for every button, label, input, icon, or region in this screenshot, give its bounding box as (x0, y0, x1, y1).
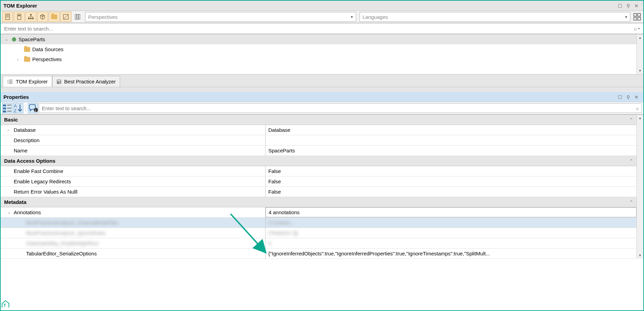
section-metadata[interactable]: Metadata ⌃ (1, 197, 643, 207)
collapse-icon[interactable]: ⌃ (630, 200, 633, 205)
section-basic[interactable]: Basic ⌃ (1, 115, 643, 125)
maximize-icon[interactable]: ☐ (616, 2, 624, 10)
tree-scrollbar[interactable]: ▲ ▼ (636, 34, 643, 74)
tabular-editor-logo-icon: T (1, 300, 10, 308)
tab-tom-explorer[interactable]: ⁝☰ TOM Explorer (3, 76, 52, 87)
pin-icon[interactable]: ⚲ (624, 93, 632, 101)
prop-return-null[interactable]: Return Error Values As Nulll False (1, 187, 643, 197)
chevron-right-icon[interactable]: › (8, 128, 12, 132)
languages-dropdown[interactable]: Languages ▼ (360, 12, 631, 22)
scroll-down-icon[interactable]: ▼ (637, 67, 643, 74)
explorer-tabs: ⁝☰ TOM Explorer 🗟 Best Practice Analyzer (1, 74, 643, 87)
search-options-icon[interactable]: ▾ (638, 27, 640, 30)
prop-value[interactable]: False (266, 187, 636, 197)
prop-value[interactable]: SpaceParts (266, 146, 636, 156)
toolbar-btn-4[interactable] (37, 12, 48, 22)
toolbar-btn-7[interactable] (72, 12, 83, 22)
toolbar-btn-2[interactable] (14, 12, 25, 22)
section-label: Data Access Options (4, 158, 56, 164)
categorize-button[interactable] (2, 103, 12, 113)
tree-root[interactable]: ⌄ ⬢ SpaceParts (1, 34, 643, 44)
collapse-icon[interactable]: ⌃ (630, 117, 633, 122)
close-icon[interactable]: ✕ (632, 2, 641, 10)
grid-scrollbar[interactable]: ▲ ▼ (636, 115, 643, 259)
folder-icon (24, 57, 30, 62)
prop-value[interactable]: Database (266, 125, 636, 135)
toolbar-overflow[interactable] (632, 12, 642, 22)
scroll-up-icon[interactable]: ▲ (637, 115, 643, 122)
annotation-row-2[interactable]: BestPracticeAnalyzer_IgnoreRules {"RuleI… (1, 228, 643, 238)
prop-value[interactable]: False (266, 176, 636, 186)
prop-value[interactable] (266, 135, 636, 145)
prop-database[interactable]: ›Database Database (1, 125, 643, 135)
pin-icon[interactable]: ⚲ (624, 2, 632, 10)
prop-name: Enable Legacy Redirects (14, 178, 71, 184)
toolbar-btn-3[interactable] (25, 12, 36, 22)
close-icon[interactable]: ✕ (632, 93, 641, 101)
chevron-down-icon: ▼ (624, 15, 628, 19)
properties-search: ⌕ (39, 103, 642, 113)
svg-rect-18 (79, 14, 80, 19)
prop-value[interactable]: False (266, 166, 636, 176)
scroll-down-icon[interactable]: ▼ (637, 252, 643, 259)
prop-value[interactable]: 0 (268, 240, 271, 246)
explorer-header: TOM Explorer ☐ ⚲ ✕ (1, 1, 643, 11)
explorer-controls: ☐ ⚲ ✕ (616, 2, 641, 10)
annotation-row-1[interactable]: BestPracticeAnalyzer_ExternalRuleFiles C… (1, 218, 643, 228)
svg-rect-25 (3, 111, 6, 112)
maximize-icon[interactable]: ☐ (616, 93, 624, 101)
svg-rect-11 (28, 18, 30, 19)
search-icon[interactable]: ⌕ (634, 26, 637, 31)
toolbar-btn-5[interactable] (49, 12, 60, 22)
annotation-row-4[interactable]: TabularEditor_SerializeOptions {"IgnoreI… (1, 249, 643, 259)
tree-item-label: Perspectives (32, 56, 62, 62)
prop-value[interactable]: C:\Users\... (268, 220, 294, 226)
chevron-down-icon[interactable]: ⌄ (5, 37, 10, 42)
toolbar-btn-6[interactable] (60, 12, 71, 22)
section-label: Basic (4, 117, 18, 123)
properties-search-input[interactable] (42, 105, 636, 111)
prop-description[interactable]: Description (1, 135, 643, 146)
info-button[interactable]: i (28, 103, 38, 113)
prop-name[interactable]: Name SpaceParts (1, 146, 643, 156)
prop-fast-combine[interactable]: Enable Fast Combine False (1, 166, 643, 176)
properties-grid: Basic ⌃ ›Database Database Description N… (1, 115, 643, 259)
svg-rect-6 (30, 14, 32, 15)
chevron-down-icon: ▼ (350, 15, 354, 19)
tree-item-data-sources[interactable]: Data Sources (1, 44, 643, 54)
svg-text:A: A (14, 104, 17, 108)
prop-value[interactable]: {"IgnoreInferredObjects":true,"IgnoreInf… (266, 249, 636, 258)
svg-rect-4 (17, 14, 21, 20)
sort-button[interactable]: AZ (13, 103, 23, 113)
scroll-up-icon[interactable]: ▲ (637, 34, 643, 41)
toolbar-btn-1[interactable] (2, 12, 13, 22)
prop-name: BestPracticeAnalyzer_ExternalRuleFiles (26, 220, 118, 226)
collapse-icon[interactable]: ⌃ (630, 159, 633, 163)
prop-name: BestPracticeAnalyzer_IgnoreRules (26, 230, 106, 236)
annotation-row-3[interactable]: DataGateWay_EnableNightRun 0 (1, 238, 643, 249)
chevron-right-icon[interactable]: › (17, 57, 22, 61)
prop-value[interactable]: {"RuleIDs":[]} (268, 230, 298, 236)
tab-best-practice[interactable]: 🗟 Best Practice Analyzer (52, 76, 120, 87)
svg-rect-21 (634, 18, 636, 20)
chevron-down-icon[interactable]: ⌄ (8, 210, 12, 215)
folder-icon (24, 47, 30, 52)
svg-rect-0 (5, 14, 10, 20)
perspectives-dropdown[interactable]: Perspectives ▼ (85, 12, 356, 22)
prop-name: Enable Fast Combine (14, 168, 63, 174)
search-input[interactable] (4, 26, 634, 32)
explorer-toolbar: Perspectives ▼ Languages ▼ (1, 11, 643, 23)
svg-text:i: i (35, 109, 36, 112)
tree-item-perspectives[interactable]: › Perspectives (1, 54, 643, 64)
cube-icon: ⬢ (12, 36, 16, 43)
languages-label: Languages (363, 14, 388, 20)
prop-name: DataGateWay_EnableNightRun (26, 240, 98, 246)
prop-value[interactable]: 4 annotations (266, 207, 636, 217)
section-dao[interactable]: Data Access Options ⌃ (1, 156, 643, 166)
properties-header: Properties ☐ ⚲ ✕ (1, 92, 643, 102)
svg-rect-24 (3, 107, 6, 109)
search-icon[interactable]: ⌕ (636, 105, 639, 111)
explorer-title: TOM Explorer (3, 3, 616, 9)
prop-legacy-redirects[interactable]: Enable Legacy Redirects False (1, 176, 643, 187)
prop-annotations[interactable]: ⌄Annotations 4 annotations (1, 207, 643, 218)
